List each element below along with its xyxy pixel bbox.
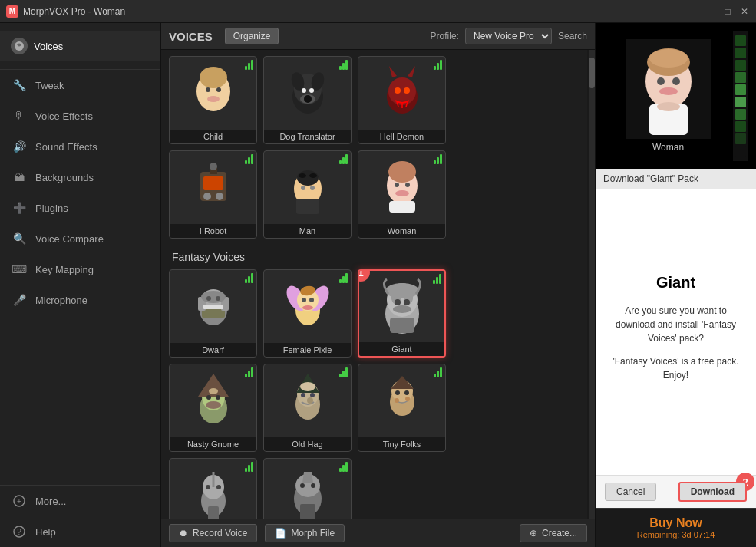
svg-point-7: [206, 87, 210, 92]
create-button[interactable]: ⊕ Create...: [520, 524, 587, 542]
svg-rect-28: [203, 176, 223, 190]
svg-point-69: [393, 305, 411, 313]
voice-preview: Woman: [596, 23, 756, 169]
voice-img-w1: [170, 459, 256, 519]
sidebar-item-tweak[interactable]: 🔧 Tweak: [0, 70, 160, 101]
sidebar-item-label-voice-compare: Voice Compare: [35, 233, 104, 245]
sidebar-item-key-mapping[interactable]: ⌨ Key Mapping: [0, 254, 160, 285]
svg-point-15: [309, 88, 314, 93]
dialog-footer: Cancel 2 Download: [596, 475, 756, 508]
help-icon: ?: [11, 523, 28, 540]
cancel-button[interactable]: Cancel: [605, 483, 656, 501]
sidebar-item-microphone[interactable]: 🎤 Microphone: [0, 285, 160, 315]
svg-marker-20: [389, 66, 397, 77]
voice-card-warrior-2[interactable]: [263, 458, 352, 519]
vol-bar: [735, 35, 746, 46]
voice-label-hag: Old Hag: [264, 437, 351, 451]
svg-point-38: [301, 186, 305, 190]
voice-card-giant[interactable]: 1: [358, 269, 446, 358]
voice-img-child: [170, 57, 256, 128]
create-label: Create...: [542, 528, 577, 539]
svg-point-9: [207, 96, 220, 102]
sidebar-item-label-key-mapping: Key Mapping: [35, 264, 94, 275]
app-icon: M: [6, 5, 18, 18]
dialog-text1: Are you sure you want to download and in…: [605, 304, 747, 345]
maximize-button[interactable]: □: [722, 6, 733, 17]
right-panel: Woman Download "Giant" Pa: [595, 23, 756, 547]
dialog-text2: 'Fantasy Voices' is a free pack. Enjoy!: [605, 354, 747, 382]
download-dialog: Download "Giant" Pack Giant Are you sure…: [596, 169, 756, 508]
voice-label-giant: Giant: [359, 342, 444, 356]
voice-card-hell-demon[interactable]: Hell Demon: [358, 56, 446, 144]
voice-card-tiny-folks[interactable]: Tiny Folks: [358, 364, 446, 452]
scrollbar-thumb[interactable]: [589, 58, 595, 88]
svg-point-37: [309, 173, 317, 178]
search-button[interactable]: Search: [558, 31, 587, 41]
sidebar-item-voice-compare[interactable]: 🔍 Voice Compare: [0, 223, 160, 254]
sidebar-more-label: More...: [35, 496, 66, 507]
sidebar-item-voice-effects[interactable]: 🎙 Voice Effects: [0, 101, 160, 131]
preview-image-area: Woman: [603, 31, 733, 161]
voice-card-woman[interactable]: Woman: [358, 150, 446, 239]
dialog-header: Download "Giant" Pack: [596, 169, 756, 189]
voices-scrollbar[interactable]: [587, 50, 595, 519]
voice-card-female-pixie[interactable]: Female Pixie: [263, 269, 352, 358]
sidebar-item-sound-effects[interactable]: 🔊 Sound Effects: [0, 131, 160, 162]
sidebar-item-voices[interactable]: Voices: [0, 31, 160, 61]
voice-card-man[interactable]: Man: [263, 150, 352, 239]
buy-now-title[interactable]: Buy Now: [603, 516, 748, 530]
voice-effects-icon: 🎙: [11, 107, 28, 124]
sidebar-item-help[interactable]: ? Help: [0, 516, 160, 547]
svg-point-53: [216, 296, 220, 301]
sidebar-item-backgrounds[interactable]: 🏔 Backgrounds: [0, 162, 160, 193]
preview-name: Woman: [652, 142, 684, 153]
voice-compare-icon: 🔍: [11, 230, 28, 247]
fantasy-voices-row1: Dwarf: [169, 269, 579, 358]
minimize-button[interactable]: ─: [705, 6, 716, 17]
volume-bars: [733, 31, 748, 161]
voice-img-pixie: [264, 270, 351, 341]
sidebar-item-label-tweak: Tweak: [35, 80, 64, 91]
record-voice-button[interactable]: ⏺ Record Voice: [169, 524, 257, 542]
create-icon: ⊕: [530, 528, 537, 539]
voice-label-demon: Hell Demon: [358, 130, 445, 143]
voice-card-nasty-gnome[interactable]: Nasty Gnome: [169, 364, 257, 452]
svg-point-32: [210, 163, 217, 170]
sidebar-top: Voices: [0, 23, 160, 70]
vol-bar: [735, 133, 746, 144]
svg-point-95: [206, 485, 210, 489]
voice-card-dwarf[interactable]: Dwarf: [169, 269, 257, 358]
svg-text:?: ?: [17, 528, 21, 536]
voice-img-hag: [264, 364, 351, 436]
sidebar-item-label-microphone: Microphone: [35, 295, 87, 306]
voice-label-man: Man: [264, 224, 351, 238]
sidebar-item-plugins[interactable]: ➕ Plugins: [0, 193, 160, 223]
voice-card-dog-translator[interactable]: Dog Translator: [263, 56, 352, 144]
voice-card-child[interactable]: Child: [169, 56, 257, 144]
builtin-voices-row2: I Robot: [169, 150, 579, 239]
toolbar: VOICES Organize Profile: New Voice Pro S…: [161, 23, 595, 50]
download-button[interactable]: Download: [678, 482, 747, 502]
sidebar-voices-label: Voices: [34, 41, 63, 52]
vol-bar: [735, 72, 746, 83]
svg-point-75: [206, 395, 211, 400]
voices-area: Child: [161, 50, 587, 519]
voice-card-warrior-1[interactable]: [169, 458, 257, 519]
svg-point-30: [216, 193, 223, 200]
bottom-bar: ⏺ Record Voice 📄 Morph File ⊕ Create...: [161, 519, 595, 547]
close-button[interactable]: ✕: [739, 6, 750, 17]
organize-button[interactable]: Organize: [225, 28, 279, 44]
sidebar-item-more[interactable]: + More...: [0, 486, 160, 516]
voice-img-dwarf: [170, 270, 256, 341]
dialog-title: Giant: [656, 274, 695, 292]
fantasy-voices-row2: Nasty Gnome: [169, 364, 579, 452]
titlebar: M MorphVOX Pro - Woman ─ □ ✕: [0, 0, 756, 23]
svg-point-96: [216, 485, 221, 489]
svg-point-23: [404, 87, 410, 94]
voice-card-i-robot[interactable]: I Robot: [169, 150, 257, 239]
morph-file-button[interactable]: 📄 Morph File: [265, 524, 345, 542]
svg-point-8: [216, 87, 221, 92]
sidebar-help-label: Help: [35, 526, 56, 538]
voice-card-old-hag[interactable]: Old Hag: [263, 364, 352, 452]
profile-select[interactable]: New Voice Pro: [465, 28, 552, 44]
